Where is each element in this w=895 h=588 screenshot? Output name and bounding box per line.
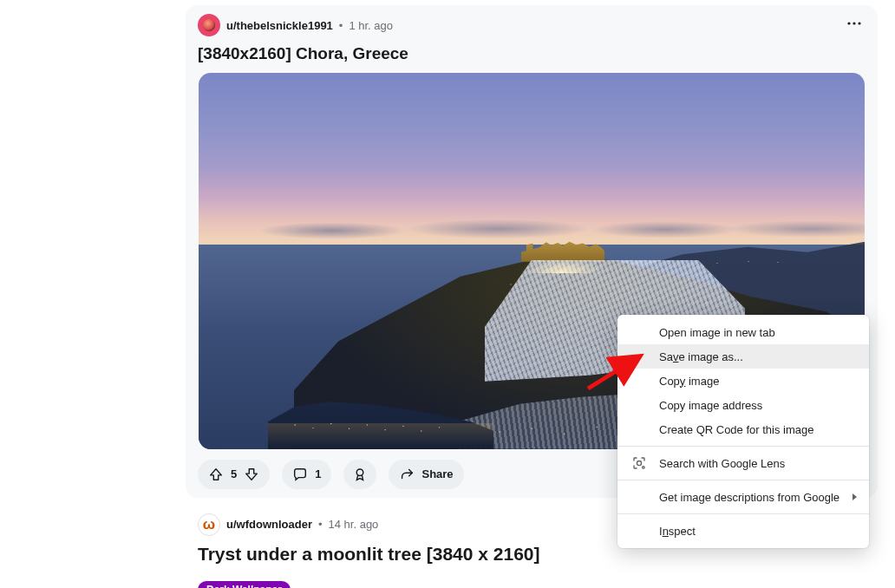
ctx-open-new-tab[interactable]: Open image in new tab [617,320,869,344]
ctx-label: Inspect [659,525,696,538]
comments-count: 1 [315,467,321,480]
svg-point-3 [357,469,364,476]
separator-dot: • [318,518,323,531]
context-menu-separator [617,480,869,480]
award-button[interactable] [343,460,376,489]
vote-score: 5 [231,467,237,480]
ctx-save-image-as[interactable]: Save image as... [617,344,869,369]
ctx-label: Copy image address [659,399,762,412]
avatar[interactable] [198,14,220,36]
svg-point-5 [643,467,644,468]
post-title[interactable]: [3840x2160] Chora, Greece [198,43,866,64]
context-menu-separator [617,513,869,514]
ctx-label: Save image as... [659,350,743,363]
avatar[interactable]: ω [198,513,220,536]
svg-point-4 [637,461,641,465]
vote-pill: 5 [198,460,270,489]
ctx-label: Open image in new tab [659,326,775,339]
ctx-label: Create QR Code for this image [659,423,813,436]
post-author[interactable]: u/wfdownloader [226,518,312,531]
more-horizontal-icon [846,15,863,32]
downvote-icon[interactable] [244,467,259,482]
svg-point-2 [858,22,860,24]
image-context-menu: Open image in new tab Save image as... C… [617,315,869,548]
context-menu-separator [617,446,869,447]
comments-button[interactable]: 1 [282,460,331,489]
post-header: u/thebelsnickle1991 • 1 hr. ago [198,14,866,36]
ctx-label: Get image descriptions from Google [659,491,839,504]
post-age: 14 hr. ago [329,518,379,531]
ctx-copy-image[interactable]: Copy image [617,369,869,393]
comment-icon [292,467,308,482]
share-label: Share [421,467,453,480]
ctx-create-qr-code[interactable]: Create QR Code for this image [617,417,869,441]
award-icon [352,467,368,482]
post-flair[interactable]: Dark Wallpaper [198,581,291,588]
upvote-icon[interactable] [208,467,224,482]
share-icon [399,467,415,482]
ctx-inspect[interactable]: Inspect [617,519,869,543]
google-lens-icon [631,455,647,471]
ctx-get-descriptions[interactable]: Get image descriptions from Google [617,485,869,509]
post-more-button[interactable] [839,12,869,35]
ctx-label: Search with Google Lens [659,457,785,470]
ctx-copy-image-address[interactable]: Copy image address [617,393,869,417]
share-button[interactable]: Share [389,460,463,489]
ctx-search-google-lens[interactable]: Search with Google Lens [617,451,869,475]
svg-point-0 [847,22,850,24]
post-author[interactable]: u/thebelsnickle1991 [226,19,333,32]
separator-dot: • [339,19,343,32]
ctx-label: Copy image [659,375,719,388]
post-age: 1 hr. ago [349,19,393,32]
svg-point-1 [853,22,855,24]
